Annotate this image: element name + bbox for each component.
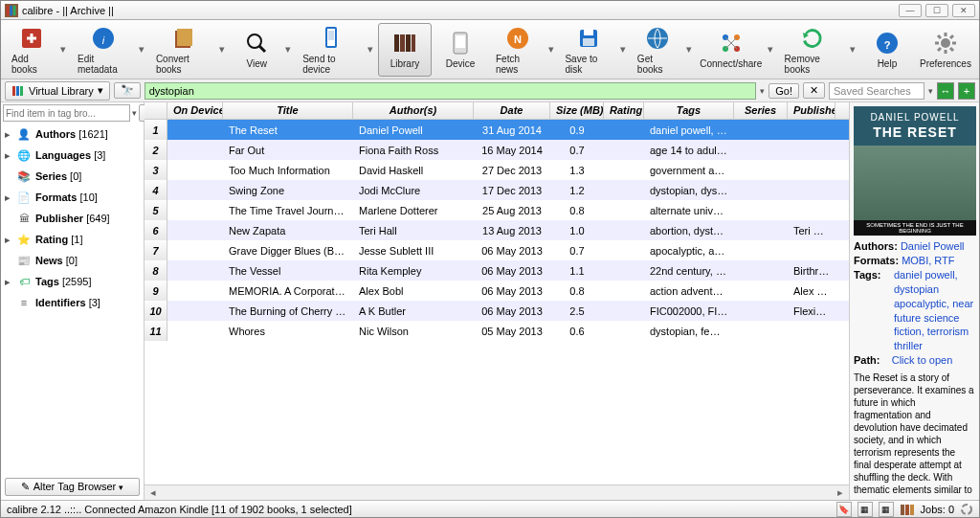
cell-publisher [788,249,835,253]
svg-rect-35 [905,505,909,515]
cell-series [734,229,788,233]
cover-image[interactable]: DANIEL POWELL THE RESET SOMETIMES THE EN… [854,106,976,236]
tags-link[interactable]: daniel powell, dystopian apocalyptic, ne… [894,268,975,353]
chevron-down-icon[interactable]: ▾ [219,43,228,56]
chevron-down-icon[interactable]: ▾ [60,43,69,56]
path-link[interactable]: Click to open [892,354,953,366]
category-publisher[interactable]: 🏛Publisher [649] [1,208,144,229]
table-row[interactable]: 8The VesselRita Kempley06 May 20131.122n… [145,260,849,281]
cover-tagline: SOMETIMES THE END IS JUST THE BEGINNING [854,220,976,236]
table-row[interactable]: 1The ResetDaniel Powell31 Aug 20140.9dan… [145,120,849,140]
search-dropdown-icon[interactable]: ▾ [760,86,765,96]
virtual-library-label: Virtual Library [29,85,94,97]
category-tags[interactable]: ▸🏷Tags [2595] [1,271,144,292]
category-authors[interactable]: ▸👤Authors [1621] [1,124,144,145]
authors-link[interactable]: Daniel Powell [901,240,965,252]
horizontal-scrollbar[interactable]: ◂▸ [145,484,849,500]
saved-searches-input[interactable] [829,82,924,100]
book-details-panel: DANIEL POWELL THE RESET SOMETIMES THE EN… [849,102,979,500]
save-to-disk-button[interactable]: Save to disk [558,23,618,77]
table-row[interactable]: 9MEMORIA. A Corporation of LiesAlex Bobl… [145,281,849,301]
category-rating[interactable]: ▸⭐Rating [1] [1,229,144,250]
maximize-button[interactable]: ☐ [925,4,948,17]
col-title[interactable]: Title [223,102,353,119]
col-rating[interactable]: Rating [604,102,644,119]
table-row[interactable]: 3Too Much InformationDavid Haskell27 Dec… [145,160,849,180]
chevron-down-icon[interactable]: ▾ [850,43,858,56]
expand-icon: ▸ [5,149,12,162]
convert-books-button[interactable]: Convert books [149,23,217,77]
table-row[interactable]: 4Swing ZoneJodi McClure17 Dec 20131.2dys… [145,180,849,200]
formats-link[interactable]: MOBI, RTF [902,255,954,266]
cell-title: The Burning of Cherry Hill [223,304,353,319]
books-status-icon[interactable] [900,502,915,517]
preferences-button[interactable]: Preferences [916,23,975,77]
add-saved-button[interactable]: + [958,82,975,100]
arrows-button[interactable]: ↔ [937,82,954,100]
jobs-spinner-icon[interactable] [960,503,973,516]
clear-search-button[interactable]: ✕ [803,82,825,99]
get-books-button[interactable]: Get books [631,23,684,77]
cell-title: MEMORIA. A Corporation of Lies [223,283,353,299]
category-formats[interactable]: ▸📄Formats [10] [1,187,144,208]
col-tags[interactable]: Tags [644,102,734,119]
alter-tag-browser-button[interactable]: ✎Alter Tag Browser ▾ [5,478,140,496]
table-row[interactable]: 5The Time Travel Journals: Bridgebu...Ma… [145,200,849,220]
cell-date: 17 Dec 2013 [474,183,550,198]
remove-books-button[interactable]: Remove books [778,23,848,77]
cell-size: 1.0 [550,223,604,238]
col-series[interactable]: Series [734,102,788,119]
find-tag-input[interactable] [3,104,130,122]
category-news[interactable]: 📰News [0] [1,250,144,271]
library-button[interactable]: Library [378,23,432,77]
col-on-device[interactable]: On Device [167,102,223,119]
device-button[interactable]: Device [434,23,487,77]
chevron-down-icon[interactable]: ▾ [620,43,629,56]
help-button[interactable]: ?Help [860,23,914,77]
send-to-device-button[interactable]: Send to device [296,23,366,77]
search-input[interactable] [145,82,757,100]
connect-share-button[interactable]: Connect/share [697,23,766,77]
go-button[interactable]: Go! [768,83,799,99]
chevron-down-icon[interactable]: ▾ [548,43,557,56]
chevron-down-icon[interactable]: ▾ [368,43,376,56]
saved-dropdown-icon[interactable]: ▾ [928,86,933,96]
category-languages[interactable]: ▸🌐Languages [3] [1,145,144,166]
table-row[interactable]: 7Grave Digger Blues (Bare Bones Edi...Je… [145,240,849,260]
table-row[interactable]: 6New ZapataTeri Hall13 Aug 20131.0aborti… [145,220,849,240]
jobs-label[interactable]: Jobs: 0 [921,504,954,515]
toolbar-label: Help [878,58,898,69]
grid-icon[interactable]: ▦ [879,502,894,517]
add-books-button[interactable]: Add books [5,23,58,77]
cell-publisher: Teri Hall [788,223,835,238]
fetch-news-button[interactable]: NFetch news [489,23,546,77]
virtual-library-button[interactable]: Virtual Library ▾ [5,81,110,101]
cell-series [734,189,788,192]
cell-publisher: Flexion Hous [788,304,835,319]
chevron-down-icon[interactable]: ▾ [139,43,147,56]
col-publisher[interactable]: Publisher [788,102,835,119]
category-identifiers[interactable]: ≡Identifiers [3] [1,292,144,313]
view-button[interactable]: View [230,23,283,77]
chevron-down-icon[interactable]: ▾ [686,43,695,56]
col-authors[interactable]: Author(s) [353,102,474,119]
tag-icon[interactable]: 🔖 [836,502,852,517]
col-date[interactable]: Date [474,102,550,119]
find-dropdown-icon[interactable]: ▾ [132,108,137,118]
table-row[interactable]: 10The Burning of Cherry HillA K Butler06… [145,301,849,321]
edit-metadata-button[interactable]: iEdit metadata [71,23,137,77]
table-row[interactable]: 2Far OutFiona Faith Ross16 May 20140.7ag… [145,140,849,160]
titlebar: calibre - || Archive || — ☐ ✕ [1,1,979,20]
col-size[interactable]: Size (MB) [550,102,604,119]
minimize-button[interactable]: — [899,4,922,17]
table-row[interactable]: 11WhoresNic Wilson05 May 20130.6dystopia… [145,321,849,341]
binoculars-button[interactable]: 🔭 [114,82,141,99]
svg-rect-32 [16,86,19,96]
layout-icon[interactable]: ▦ [858,502,873,517]
close-button[interactable]: ✕ [952,4,975,17]
cell-date: 27 Dec 2013 [474,163,550,178]
chevron-down-icon[interactable]: ▾ [768,43,776,56]
cell-size: 1.3 [550,163,604,178]
category-series[interactable]: 📚Series [0] [1,166,144,187]
chevron-down-icon[interactable]: ▾ [285,43,294,56]
